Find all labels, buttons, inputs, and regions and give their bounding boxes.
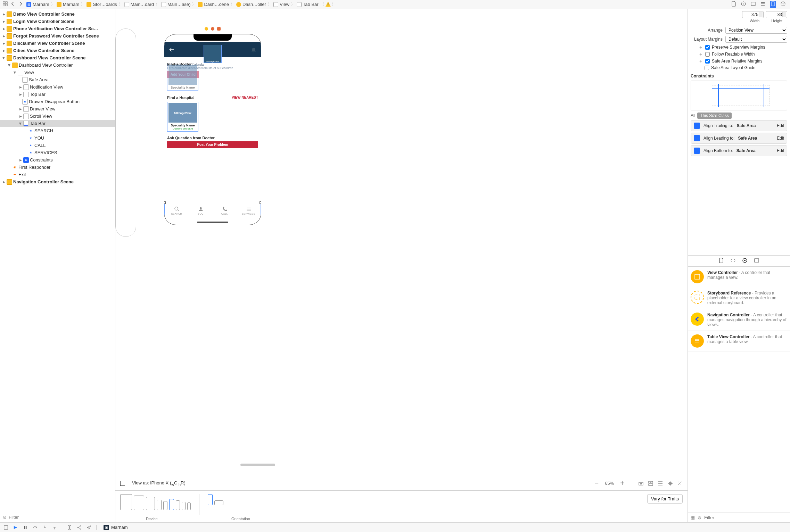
scene-row[interactable]: ▶Phone Verification View Controller Sc…	[0, 25, 115, 32]
arrange-select[interactable]: Position View	[725, 27, 787, 34]
scene-row[interactable]: ▶Demo View Controller Scene	[0, 10, 115, 18]
library-item[interactable]: Storyboard Reference - Provides a placeh…	[688, 287, 790, 309]
margins-select[interactable]: Default	[725, 36, 787, 43]
tabitem-row[interactable]: ★SEARCH	[0, 127, 115, 134]
storyboard-canvas[interactable]: UIImageView Find a Doctor Child Vaccinat…	[115, 9, 688, 476]
help-inspector-icon[interactable]: ?	[741, 1, 746, 8]
exit-row[interactable]: ➔Exit	[0, 171, 115, 178]
constraints-diagram[interactable]	[691, 81, 787, 110]
add-icon[interactable]: +	[698, 51, 703, 57]
scene-row[interactable]: ▶Login View Controller Scene	[0, 18, 115, 25]
notch	[194, 34, 232, 41]
warning-icon[interactable]: ⚠️	[325, 2, 331, 7]
height-field[interactable]: 83	[766, 11, 787, 18]
preserve-margins-check[interactable]	[705, 45, 710, 50]
size-inspector-icon[interactable]	[770, 1, 776, 8]
vary-traits-button[interactable]: Vary for Traits	[647, 494, 683, 504]
safe-guide-check[interactable]	[705, 66, 709, 70]
library-item[interactable]: View Controller - A controller that mana…	[688, 267, 790, 287]
update-frames-icon[interactable]	[638, 481, 644, 486]
size-class-tab[interactable]: This Size Class	[697, 113, 732, 119]
readable-width-check[interactable]	[705, 52, 710, 57]
edit-button[interactable]: Edit	[777, 148, 784, 153]
horizontal-scrollbar[interactable]	[240, 464, 275, 466]
attributes-inspector-icon[interactable]	[760, 1, 766, 8]
vc-row[interactable]: ▶Dashboard View Controller	[0, 61, 115, 69]
tabitem-row[interactable]: ★SERVICES	[0, 149, 115, 156]
library-item[interactable]: Navigation Controller - A controller tha…	[688, 309, 790, 331]
selection-handle[interactable]	[164, 201, 166, 204]
scene-row[interactable]: ▶Forgot Password View Controller Scene	[0, 32, 115, 40]
view-row[interactable]: ▶Drawer View	[0, 105, 115, 113]
step-in-icon[interactable]	[42, 525, 47, 530]
media-library-icon[interactable]	[754, 258, 759, 264]
embed-icon[interactable]	[648, 481, 653, 486]
object-library-list[interactable]: View Controller - A controller that mana…	[688, 267, 790, 513]
edit-button[interactable]: Edit	[777, 123, 784, 128]
code-snippet-icon[interactable]	[730, 258, 736, 264]
constraint-item[interactable]: Align Trailing to:Safe AreaEdit	[691, 120, 787, 131]
assistant-grid-icon[interactable]	[3, 1, 8, 7]
scene-row[interactable]: ▶Cities View Controller Scene	[0, 47, 115, 54]
tabbar-row[interactable]: ▶Tab Bar	[0, 120, 115, 127]
outline-filter[interactable]: ⊜	[0, 512, 115, 522]
zoom-out-button[interactable]: −	[595, 479, 599, 487]
constraints-row[interactable]: ▶⊞Constraints	[0, 156, 115, 164]
continue-icon[interactable]	[13, 525, 18, 530]
tabitem-row[interactable]: ★YOU	[0, 134, 115, 142]
scene-row[interactable]: ▶Disclaimer View Controller Scene	[0, 40, 115, 47]
outline-toggle-icon[interactable]	[120, 481, 125, 486]
view-row[interactable]: ▶Notification View	[0, 83, 115, 91]
orientation-picker[interactable]	[208, 494, 223, 505]
ui-tabbar: SEARCH YOU CALL SERVICES	[164, 202, 261, 219]
edit-button[interactable]: Edit	[777, 136, 784, 141]
add-icon[interactable]: +	[698, 58, 703, 64]
selection-handle[interactable]	[260, 201, 261, 204]
safe-relative-check[interactable]	[705, 59, 710, 64]
find-hospital-label: Find a Hospital	[167, 95, 195, 100]
project-indicator[interactable]: ▣Marham	[104, 525, 128, 530]
file-inspector-icon[interactable]	[731, 1, 736, 8]
back-icon[interactable]	[10, 1, 15, 7]
device-picker[interactable]	[120, 494, 191, 510]
view-row[interactable]: ▶Top Bar	[0, 91, 115, 98]
width-field[interactable]: 375	[742, 11, 764, 18]
object-library-icon[interactable]	[742, 258, 748, 264]
identity-inspector-icon[interactable]	[750, 1, 756, 8]
button-row[interactable]: BDrawer Disappear Button	[0, 98, 115, 105]
pause-icon[interactable]	[23, 525, 28, 530]
first-responder-row[interactable]: ◉First Responder	[0, 164, 115, 171]
safe-area-row[interactable]: Safe Area	[0, 76, 115, 83]
view-as-label[interactable]: View as: iPhone X (wC hR)	[132, 480, 186, 487]
resolve-icon[interactable]	[677, 481, 683, 486]
view-row[interactable]: ▶View	[0, 69, 115, 76]
library-filter[interactable]: ▦ ⊜	[688, 513, 790, 522]
constraint-item[interactable]: Align Bottom to:Safe AreaEdit	[691, 145, 787, 156]
scene-row[interactable]: ▶Navigation Controller Scene	[0, 178, 115, 185]
library-item[interactable]: Table View Controller - A controller tha…	[688, 331, 790, 351]
breadcrumb[interactable]: ▧Marham〉 Marham〉 Stor…oards〉 Main…oard〉 …	[26, 1, 727, 8]
location-icon[interactable]	[87, 525, 91, 530]
breakpoints-toggle-icon[interactable]	[3, 525, 8, 530]
library-filter-input[interactable]	[704, 515, 787, 520]
scene-row[interactable]: ▶Dashboard View Controller Scene	[0, 54, 115, 61]
file-template-icon[interactable]	[718, 258, 724, 264]
step-over-icon[interactable]	[33, 525, 38, 530]
align-icon[interactable]	[658, 481, 663, 486]
pin-icon[interactable]	[667, 481, 673, 486]
debug-view-icon[interactable]	[67, 525, 72, 530]
constraints-header: Constraints	[688, 71, 790, 80]
tabitem-row[interactable]: ★CALL	[0, 142, 115, 149]
step-out-icon[interactable]	[52, 525, 57, 530]
all-tab[interactable]: All	[691, 113, 695, 118]
first-responder-dot-icon	[211, 27, 214, 31]
forward-icon[interactable]	[18, 1, 23, 7]
view-row[interactable]: ▶Scroll View	[0, 113, 115, 120]
add-icon[interactable]: +	[698, 44, 703, 50]
connections-inspector-icon[interactable]	[780, 1, 786, 8]
constraint-item[interactable]: Align Leading to:Safe AreaEdit	[691, 133, 787, 144]
grid-icon[interactable]: ▦	[691, 515, 695, 520]
memory-graph-icon[interactable]	[77, 525, 82, 530]
outline-filter-input[interactable]	[9, 515, 112, 520]
zoom-in-button[interactable]: +	[620, 479, 624, 487]
